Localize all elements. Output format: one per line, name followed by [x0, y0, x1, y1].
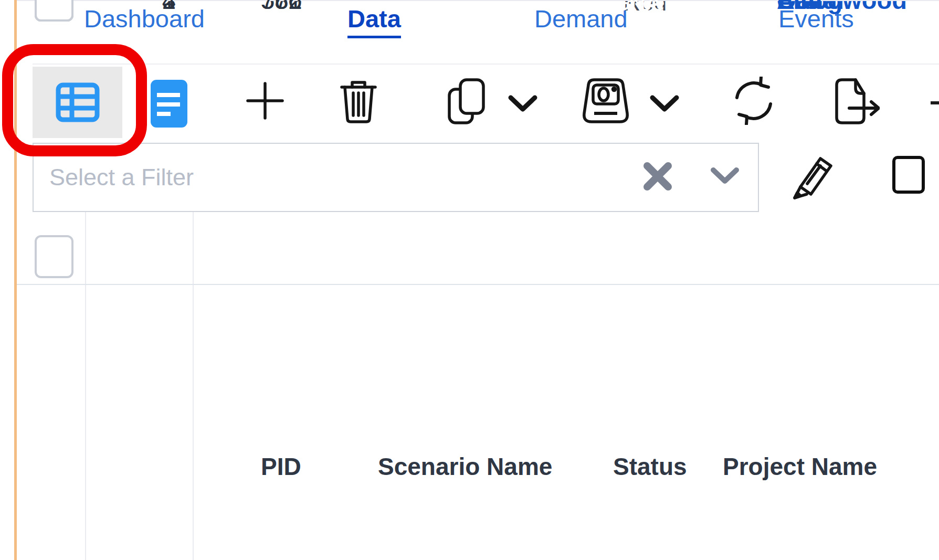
column-header-status: Status [613, 452, 687, 481]
tab-data[interactable]: Data [347, 4, 401, 38]
column-header-pid: PID [261, 452, 301, 481]
table-view-icon[interactable] [55, 80, 100, 125]
copy-menu-chevron-icon[interactable] [507, 94, 539, 113]
table-header-row: PID Scenario Name Status Project Name [0, 212, 939, 284]
app-window: Dashboard Data Demand Events [0, 0, 939, 560]
refresh-icon[interactable] [730, 77, 778, 125]
project-name-link[interactable]: Elm [777, 0, 822, 15]
table-row: 4 766 NA Elm [17, 0, 939, 1]
truncated-toolbar-icon[interactable] [931, 101, 939, 104]
column-header-scenario-name: Scenario Name [378, 452, 552, 481]
toolbar-divider [33, 64, 939, 65]
filter-clear-x-icon[interactable] [641, 160, 674, 193]
camera-menu-chevron-icon[interactable] [648, 94, 681, 113]
row-number: 4 [86, 0, 176, 15]
copy-icon[interactable] [447, 78, 486, 125]
camera-snapshot-icon[interactable] [579, 78, 632, 124]
form-view-icon[interactable] [150, 79, 188, 129]
row-checkbox[interactable] [35, 0, 73, 22]
delete-trash-icon[interactable] [340, 79, 377, 123]
toolbar-checkbox[interactable] [892, 156, 925, 194]
filter-placeholder: Select a Filter [49, 164, 194, 191]
pid-value: 766 [261, 0, 302, 15]
column-header-project-name: Project Name [723, 452, 877, 481]
filter-dropdown-chevron-icon[interactable] [710, 167, 740, 186]
export-file-icon[interactable] [831, 78, 880, 125]
edit-pencil-icon[interactable] [790, 150, 836, 199]
select-all-checkbox[interactable] [35, 235, 73, 278]
add-icon[interactable] [246, 81, 284, 120]
header-divider [17, 284, 939, 285]
